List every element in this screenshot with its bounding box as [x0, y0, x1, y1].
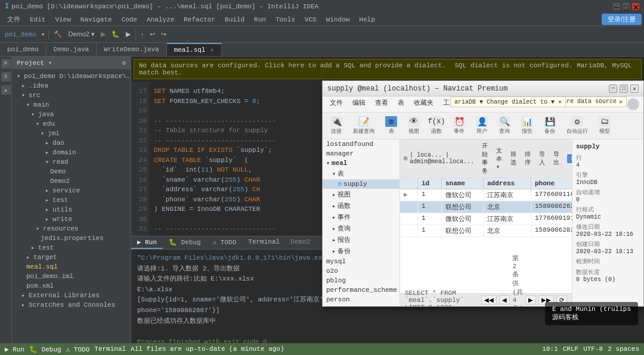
tree-item-java[interactable]: java [12, 110, 131, 119]
nav-menu-edit[interactable]: 编辑 [348, 96, 370, 112]
menu-run[interactable]: Run [249, 15, 271, 24]
nav-tool-connect[interactable]: 🔌 连接 [326, 114, 346, 137]
menu-edit[interactable]: Edit [25, 15, 50, 24]
nav-tree-lostandfound[interactable]: lostandfound [323, 139, 400, 149]
debug-button[interactable]: 🐛 [109, 29, 122, 39]
tab-close-icon[interactable]: ✕ [210, 46, 213, 54]
maximize-button[interactable]: □ [623, 3, 630, 10]
tab-meal-sql[interactable]: meal.sql ✕ [167, 43, 222, 56]
nav-cell-phone-3[interactable]: 17766091911 [531, 213, 572, 225]
tree-item-dao[interactable]: dao [12, 138, 131, 148]
nav-cell-id-4[interactable]: 1 [418, 225, 442, 236]
nav-tree-o2o[interactable]: o2o [323, 266, 400, 276]
redo-button[interactable]: ↪ [159, 29, 169, 39]
table-row[interactable]: ▶ 1 微软公司 江苏南京 17766091168 [400, 189, 572, 201]
tree-item-idea[interactable]: .idea [12, 81, 131, 91]
nav-cell-sname-4[interactable]: 联想公司 [442, 225, 484, 236]
nav-tool-report[interactable]: 📊 报告 [517, 114, 537, 137]
status-debug-btn[interactable]: 🐛 Debug [29, 345, 61, 353]
tree-item-jedis[interactable]: jedis.properties [12, 233, 131, 243]
nav-tool-query[interactable]: 🔍 查询 [494, 114, 515, 137]
run-tab-run[interactable]: ▶ Run [131, 236, 163, 249]
nav-tool-backup[interactable]: 💾 备份 [540, 114, 560, 137]
status-terminal-btn[interactable]: Terminal [94, 345, 126, 353]
nav-tree-table-group[interactable]: ▾ 表 [323, 168, 400, 179]
nav-tree-function[interactable]: ▸ 函数 [323, 200, 400, 211]
nav-tree-meal[interactable]: ▾ meal [323, 158, 400, 168]
git-button[interactable]: ↑ [138, 30, 147, 39]
menu-view[interactable]: View [50, 15, 75, 24]
nav-tool-user[interactable]: 👤 用户 [472, 114, 492, 137]
nav-cell-sname[interactable]: 微软公司 [442, 189, 484, 201]
nav-tree-person[interactable]: person [323, 295, 400, 304]
nav-col-address[interactable]: address [484, 178, 531, 189]
status-todo-btn[interactable]: ⚠ TODO [66, 345, 90, 353]
login-button[interactable]: 登录/注册 [602, 14, 642, 25]
tree-item-utils[interactable]: utils [12, 205, 131, 214]
nav-tree-pblog[interactable]: pblog [323, 276, 400, 285]
window-controls[interactable]: ─ □ ✕ [613, 3, 639, 10]
tree-item-target[interactable]: target [12, 253, 131, 262]
nav-cell-phone[interactable]: 17766091168 [531, 189, 572, 201]
nav-tree-manager[interactable]: manager [323, 149, 400, 158]
nav-cell-sname-2[interactable]: 联想公司 [442, 201, 484, 213]
menu-vcs[interactable]: VCS [300, 15, 321, 24]
table-row[interactable]: 1 联想公司 北京 15890862626 [400, 201, 572, 213]
nav-cell-address-2[interactable]: 北京 [484, 201, 531, 213]
tree-item-poi-iml[interactable]: poi_demo.iml [12, 272, 131, 281]
tree-item-scratches[interactable]: Scratches and Consoles [12, 300, 131, 310]
menu-file[interactable]: 文件 [2, 14, 25, 25]
nav-cell-address[interactable]: 江苏南京 [484, 189, 531, 201]
nav-prev-row-button[interactable]: ◀ [499, 295, 510, 304]
navicat-close-button[interactable]: ✕ [630, 85, 639, 93]
nav-tree-perf[interactable]: performance_scheme [323, 285, 400, 295]
nav-cell-address-3[interactable]: 江苏南京 [484, 213, 531, 225]
navicat-window-controls[interactable]: ─ □ ✕ [609, 85, 639, 93]
nav-tree-view[interactable]: ▸ 视图 [323, 189, 400, 200]
structure-icon[interactable]: S [1, 72, 11, 82]
tree-item-pom[interactable]: pom.xml [12, 281, 131, 291]
dialect-hint-close[interactable]: ✕ [558, 99, 562, 105]
nav-tool-auto-run[interactable]: ⚙ 自动运行 [562, 114, 592, 137]
nav-tool-table[interactable]: ⊞ 表 [381, 114, 401, 137]
menu-help[interactable]: Help [354, 15, 379, 24]
navicat-maximize-button[interactable]: □ [620, 85, 628, 93]
menu-code[interactable]: Code [117, 15, 142, 24]
menu-window[interactable]: Window [321, 15, 355, 24]
tree-item-edu[interactable]: edu [12, 119, 131, 129]
menu-refactor[interactable]: Refactor [179, 15, 220, 24]
nav-col-id[interactable]: id [418, 178, 442, 189]
table-row[interactable]: 1 微软公司 江苏南京 17766091911 [400, 213, 572, 225]
run-button[interactable]: ▶ [98, 29, 108, 39]
run-tab-todo[interactable]: ⚠ TODO [207, 236, 243, 249]
nav-menu-view[interactable]: 查看 [370, 96, 393, 112]
tree-item-test-dir[interactable]: test [12, 243, 131, 253]
nav-next-row-button[interactable]: ▶ [525, 295, 536, 304]
nav-avatar[interactable] [627, 98, 639, 110]
nav-cell-sname-3[interactable]: 微软公司 [442, 213, 484, 225]
tree-item-domain[interactable]: domain [12, 148, 131, 157]
tree-item-write[interactable]: write [12, 214, 131, 224]
nav-prev-button[interactable]: ◀◀ [481, 295, 497, 304]
nav-tree-backup[interactable]: ▸ 备份 [323, 245, 400, 257]
menu-navigate[interactable]: Navigate [76, 15, 117, 24]
nav-menu-table[interactable]: 表 [393, 96, 409, 112]
nav-cell-id-2[interactable]: 1 [418, 201, 442, 213]
status-run-btn[interactable]: ▶ Run [5, 345, 24, 353]
tree-item-poi-demo[interactable]: poi_demo D:\ideaworkspace\poi_demo [12, 71, 131, 81]
nav-cell-id-3[interactable]: 1 [418, 213, 442, 225]
run-tab-debug[interactable]: 🐛 Debug [163, 236, 207, 249]
nav-menu-favorites[interactable]: 收藏夹 [409, 96, 438, 112]
project-selector[interactable]: poi_demo [2, 31, 39, 38]
build-button[interactable]: 🔨 [51, 29, 64, 39]
nav-cell-id[interactable]: 1 [418, 189, 442, 201]
nav-tool-event[interactable]: ⏰ 事件 [449, 114, 469, 137]
favorites-icon[interactable]: ★ [1, 85, 11, 95]
nav-menu-file[interactable]: 文件 [325, 96, 348, 112]
nav-sub-text[interactable]: 文本 ▾ [493, 145, 505, 172]
tree-item-jmi[interactable]: jmi [12, 129, 131, 138]
tree-item-main[interactable]: main [12, 100, 131, 110]
tree-item-service[interactable]: service [12, 186, 131, 195]
tree-item-demo2[interactable]: Demo2 [12, 176, 131, 186]
panel-settings-icon[interactable]: ⚙ [122, 60, 126, 67]
